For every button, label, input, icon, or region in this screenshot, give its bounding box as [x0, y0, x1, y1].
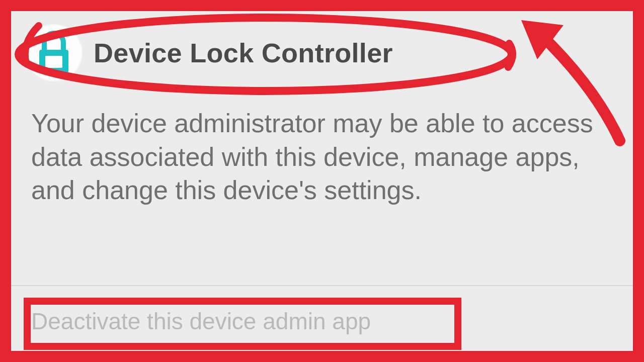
deactivate-admin-button[interactable]: Deactivate this device admin app — [31, 308, 371, 335]
device-admin-screen: Device Lock Controller Your device admin… — [11, 11, 633, 351]
lock-icon — [26, 25, 82, 80]
admin-description-text: Your device administrator may be able to… — [31, 107, 613, 207]
svg-rect-1 — [45, 56, 62, 68]
svg-marker-3 — [521, 20, 564, 59]
app-title: Device Lock Controller — [94, 37, 393, 68]
divider — [11, 285, 633, 286]
app-header: Device Lock Controller — [26, 25, 393, 80]
